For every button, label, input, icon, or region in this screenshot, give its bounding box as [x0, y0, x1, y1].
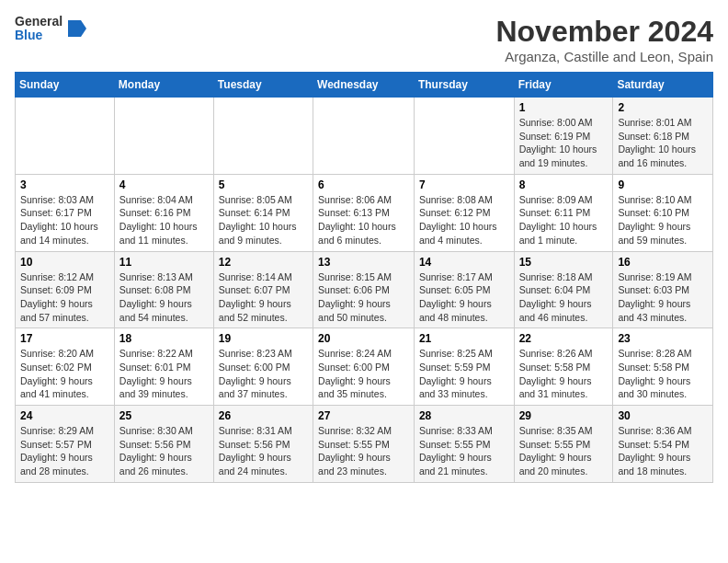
cell-content: Sunrise: 8:35 AM Sunset: 5:55 PM Dayligh…	[519, 424, 609, 478]
day-number: 19	[219, 332, 308, 345]
calendar-cell: 5Sunrise: 8:05 AM Sunset: 6:14 PM Daylig…	[213, 174, 313, 251]
day-number: 17	[20, 332, 109, 345]
col-header-saturday: Saturday	[613, 73, 713, 98]
day-number: 10	[20, 256, 109, 269]
cell-content: Sunrise: 8:14 AM Sunset: 6:07 PM Dayligh…	[219, 270, 308, 325]
calendar-cell: 3Sunrise: 8:03 AM Sunset: 6:17 PM Daylig…	[16, 174, 115, 251]
calendar-cell: 10Sunrise: 8:12 AM Sunset: 6:09 PM Dayli…	[16, 251, 115, 328]
calendar-cell	[213, 98, 313, 175]
cell-content: Sunrise: 8:19 AM Sunset: 6:03 PM Dayligh…	[618, 270, 708, 325]
cell-content: Sunrise: 8:36 AM Sunset: 5:54 PM Dayligh…	[618, 424, 708, 478]
col-header-wednesday: Wednesday	[313, 73, 415, 98]
day-number: 6	[318, 178, 409, 191]
col-header-tuesday: Tuesday	[213, 73, 313, 98]
day-number: 7	[419, 178, 509, 191]
day-number: 18	[119, 332, 209, 345]
col-header-sunday: Sunday	[16, 73, 115, 98]
cell-content: Sunrise: 8:33 AM Sunset: 5:55 PM Dayligh…	[419, 424, 509, 478]
calendar-cell: 7Sunrise: 8:08 AM Sunset: 6:12 PM Daylig…	[414, 174, 514, 251]
cell-content: Sunrise: 8:06 AM Sunset: 6:13 PM Dayligh…	[318, 193, 409, 247]
calendar-cell: 30Sunrise: 8:36 AM Sunset: 5:54 PM Dayli…	[613, 406, 713, 483]
cell-content: Sunrise: 8:29 AM Sunset: 5:57 PM Dayligh…	[20, 424, 109, 478]
cell-content: Sunrise: 8:30 AM Sunset: 5:56 PM Dayligh…	[119, 424, 209, 478]
calendar-cell: 9Sunrise: 8:10 AM Sunset: 6:10 PM Daylig…	[613, 174, 713, 251]
cell-content: Sunrise: 8:00 AM Sunset: 6:19 PM Dayligh…	[519, 116, 609, 170]
calendar-cell: 12Sunrise: 8:14 AM Sunset: 6:07 PM Dayli…	[213, 251, 313, 328]
cell-content: Sunrise: 8:26 AM Sunset: 5:58 PM Dayligh…	[519, 347, 609, 401]
calendar-cell: 15Sunrise: 8:18 AM Sunset: 6:04 PM Dayli…	[514, 251, 613, 328]
day-number: 28	[419, 409, 509, 422]
calendar-cell	[414, 98, 514, 175]
calendar-cell: 16Sunrise: 8:19 AM Sunset: 6:03 PM Dayli…	[613, 251, 713, 328]
calendar-cell: 23Sunrise: 8:28 AM Sunset: 5:58 PM Dayli…	[613, 328, 713, 406]
cell-content: Sunrise: 8:05 AM Sunset: 6:14 PM Dayligh…	[219, 193, 308, 247]
month-title: November 2024	[495, 15, 713, 49]
cell-content: Sunrise: 8:03 AM Sunset: 6:17 PM Dayligh…	[20, 193, 109, 247]
cell-content: Sunrise: 8:15 AM Sunset: 6:06 PM Dayligh…	[318, 270, 409, 325]
logo-general: General	[15, 15, 63, 29]
day-number: 3	[20, 178, 109, 191]
calendar-cell: 28Sunrise: 8:33 AM Sunset: 5:55 PM Dayli…	[414, 406, 514, 483]
day-number: 11	[119, 256, 209, 269]
cell-content: Sunrise: 8:08 AM Sunset: 6:12 PM Dayligh…	[419, 193, 509, 247]
cell-content: Sunrise: 8:09 AM Sunset: 6:11 PM Dayligh…	[519, 193, 609, 247]
calendar-cell	[114, 98, 213, 175]
cell-content: Sunrise: 8:22 AM Sunset: 6:01 PM Dayligh…	[119, 347, 209, 401]
cell-content: Sunrise: 8:04 AM Sunset: 6:16 PM Dayligh…	[119, 193, 209, 247]
day-number: 20	[318, 332, 409, 345]
calendar-cell: 21Sunrise: 8:25 AM Sunset: 5:59 PM Dayli…	[414, 328, 514, 406]
day-number: 27	[318, 409, 409, 422]
title-area: November 2024 Arganza, Castille and Leon…	[495, 15, 713, 64]
day-number: 24	[20, 409, 109, 422]
day-number: 8	[519, 178, 609, 191]
calendar-cell: 18Sunrise: 8:22 AM Sunset: 6:01 PM Dayli…	[114, 328, 213, 406]
day-number: 9	[618, 178, 708, 191]
cell-content: Sunrise: 8:17 AM Sunset: 6:05 PM Dayligh…	[419, 270, 509, 325]
day-number: 30	[618, 409, 708, 422]
cell-content: Sunrise: 8:01 AM Sunset: 6:18 PM Dayligh…	[618, 116, 708, 170]
calendar-table: SundayMondayTuesdayWednesdayThursdayFrid…	[15, 72, 713, 483]
calendar-cell	[16, 98, 115, 175]
day-number: 14	[419, 256, 509, 269]
day-number: 26	[219, 409, 308, 422]
calendar-cell: 17Sunrise: 8:20 AM Sunset: 6:02 PM Dayli…	[16, 328, 115, 406]
day-number: 2	[618, 101, 708, 114]
col-header-thursday: Thursday	[414, 73, 514, 98]
day-number: 25	[119, 409, 209, 422]
day-number: 5	[219, 178, 308, 191]
col-header-monday: Monday	[114, 73, 213, 98]
calendar-cell: 14Sunrise: 8:17 AM Sunset: 6:05 PM Dayli…	[414, 251, 514, 328]
calendar-cell: 19Sunrise: 8:23 AM Sunset: 6:00 PM Dayli…	[213, 328, 313, 406]
day-number: 21	[419, 332, 509, 345]
day-number: 29	[519, 409, 609, 422]
location-subtitle: Arganza, Castille and Leon, Spain	[495, 49, 713, 64]
calendar-cell: 2Sunrise: 8:01 AM Sunset: 6:18 PM Daylig…	[613, 98, 713, 175]
cell-content: Sunrise: 8:25 AM Sunset: 5:59 PM Dayligh…	[419, 347, 509, 401]
cell-content: Sunrise: 8:32 AM Sunset: 5:55 PM Dayligh…	[318, 424, 409, 478]
calendar-cell: 29Sunrise: 8:35 AM Sunset: 5:55 PM Dayli…	[514, 406, 613, 483]
day-number: 22	[519, 332, 609, 345]
calendar-cell: 25Sunrise: 8:30 AM Sunset: 5:56 PM Dayli…	[114, 406, 213, 483]
calendar-cell: 26Sunrise: 8:31 AM Sunset: 5:56 PM Dayli…	[213, 406, 313, 483]
calendar-cell: 20Sunrise: 8:24 AM Sunset: 6:00 PM Dayli…	[313, 328, 415, 406]
day-number: 23	[618, 332, 708, 345]
col-header-friday: Friday	[514, 73, 613, 98]
logo: General Blue	[15, 15, 86, 43]
day-number: 4	[119, 178, 209, 191]
cell-content: Sunrise: 8:20 AM Sunset: 6:02 PM Dayligh…	[20, 347, 109, 401]
day-number: 15	[519, 256, 609, 269]
cell-content: Sunrise: 8:10 AM Sunset: 6:10 PM Dayligh…	[618, 193, 708, 247]
calendar-cell: 6Sunrise: 8:06 AM Sunset: 6:13 PM Daylig…	[313, 174, 415, 251]
cell-content: Sunrise: 8:12 AM Sunset: 6:09 PM Dayligh…	[20, 270, 109, 325]
calendar-cell: 11Sunrise: 8:13 AM Sunset: 6:08 PM Dayli…	[114, 251, 213, 328]
cell-content: Sunrise: 8:24 AM Sunset: 6:00 PM Dayligh…	[318, 347, 409, 401]
page-header: General Blue November 2024 Arganza, Cast…	[15, 15, 713, 64]
calendar-cell: 4Sunrise: 8:04 AM Sunset: 6:16 PM Daylig…	[114, 174, 213, 251]
day-number: 13	[318, 256, 409, 269]
calendar-cell	[313, 98, 415, 175]
logo-blue: Blue	[15, 29, 63, 42]
day-number: 1	[519, 101, 609, 114]
cell-content: Sunrise: 8:13 AM Sunset: 6:08 PM Dayligh…	[119, 270, 209, 325]
logo-icon	[66, 18, 86, 39]
calendar-cell: 27Sunrise: 8:32 AM Sunset: 5:55 PM Dayli…	[313, 406, 415, 483]
